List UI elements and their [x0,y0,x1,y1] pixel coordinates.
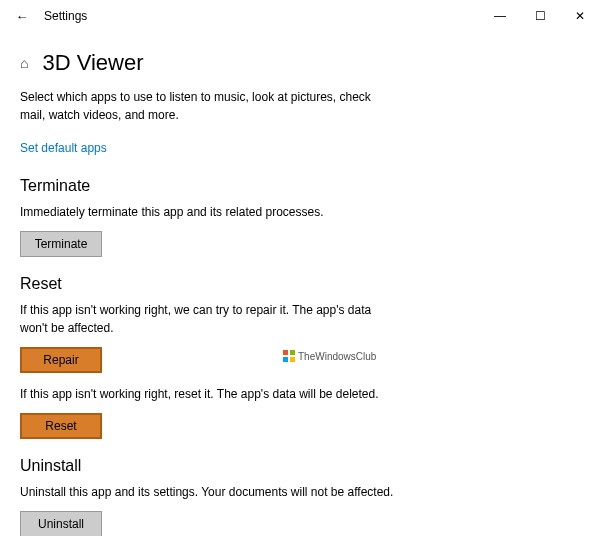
terminate-title: Terminate [20,177,580,195]
home-icon[interactable]: ⌂ [20,55,28,71]
reset-title: Reset [20,275,580,293]
uninstall-desc: Uninstall this app and its settings. You… [20,483,400,501]
window-title: Settings [36,9,87,23]
reset-button[interactable]: Reset [20,413,102,439]
uninstall-button[interactable]: Uninstall [20,511,102,536]
terminate-button[interactable]: Terminate [20,231,102,257]
minimize-button[interactable]: — [480,2,520,30]
back-button[interactable]: ← [8,2,36,30]
uninstall-title: Uninstall [20,457,580,475]
intro-text: Select which apps to use to listen to mu… [20,88,390,124]
watermark: TheWindowsClub [283,350,376,362]
repair-button[interactable]: Repair [20,347,102,373]
close-button[interactable]: ✕ [560,2,600,30]
terminate-desc: Immediately terminate this app and its r… [20,203,400,221]
maximize-button[interactable]: ☐ [520,2,560,30]
content-area: ⌂ 3D Viewer Select which apps to use to … [0,32,600,536]
set-default-apps-link[interactable]: Set default apps [20,141,107,155]
page-title: 3D Viewer [42,50,143,76]
window-controls: — ☐ ✕ [480,2,600,30]
repair-desc: If this app isn't working right, we can … [20,301,400,337]
watermark-text: TheWindowsClub [298,351,376,362]
windows-logo-icon [283,350,295,362]
reset-desc: If this app isn't working right, reset i… [20,385,400,403]
titlebar: ← Settings — ☐ ✕ [0,0,600,32]
page-header: ⌂ 3D Viewer [20,50,580,76]
